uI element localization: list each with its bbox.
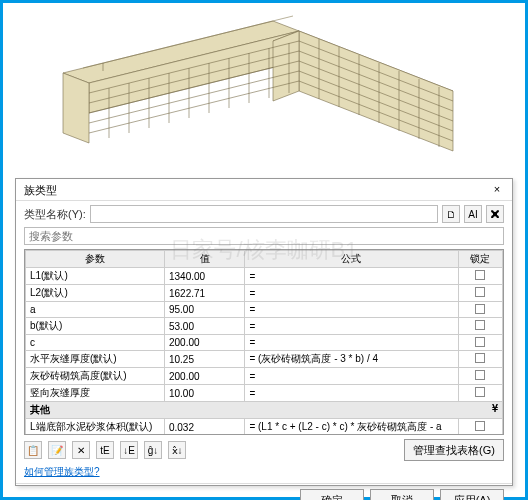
table-row[interactable]: L端底部水泥砂浆体积(默认)0.032= (L1 * c + (L2 - c) … bbox=[26, 419, 503, 436]
lock-checkbox[interactable] bbox=[475, 387, 485, 397]
group-other[interactable]: 其他¥ bbox=[26, 402, 503, 419]
sort-za-icon[interactable]: x̂↓ bbox=[168, 441, 186, 459]
formula-cell[interactable]: = bbox=[245, 285, 458, 302]
formula-cell[interactable]: = (灰砂砖砌筑高度 - 3 * b) / 4 bbox=[245, 351, 458, 368]
typename-input[interactable] bbox=[90, 205, 438, 223]
param-cell[interactable]: L1(默认) bbox=[26, 268, 165, 285]
value-cell[interactable]: 1340.00 bbox=[164, 268, 244, 285]
table-row[interactable]: c200.00= bbox=[26, 335, 503, 351]
lock-checkbox[interactable] bbox=[475, 287, 485, 297]
lock-checkbox[interactable] bbox=[475, 421, 485, 431]
dialog-title-text: 族类型 bbox=[24, 179, 57, 201]
value-cell[interactable]: 1622.71 bbox=[164, 285, 244, 302]
moveup-icon[interactable]: tE bbox=[96, 441, 114, 459]
formula-cell[interactable]: = bbox=[245, 335, 458, 351]
brick-wall-3d-icon bbox=[53, 13, 483, 168]
help-link[interactable]: 如何管理族类型? bbox=[24, 466, 100, 477]
table-row[interactable]: a95.00= bbox=[26, 302, 503, 318]
table-row[interactable]: 竖向灰缝厚度10.00= bbox=[26, 385, 503, 402]
value-cell[interactable]: 0.032 bbox=[164, 419, 244, 436]
value-cell[interactable]: 10.00 bbox=[164, 385, 244, 402]
lock-cell[interactable] bbox=[458, 351, 502, 368]
param-cell[interactable]: 竖向灰缝厚度 bbox=[26, 385, 165, 402]
lock-cell[interactable] bbox=[458, 368, 502, 385]
col-header-formula[interactable]: 公式 bbox=[245, 251, 458, 268]
movedown-icon[interactable]: ↓E bbox=[120, 441, 138, 459]
lock-checkbox[interactable] bbox=[475, 353, 485, 363]
param-cell[interactable]: 灰砂砖砌筑高度(默认) bbox=[26, 368, 165, 385]
col-header-param[interactable]: 参数 bbox=[26, 251, 165, 268]
col-header-value[interactable]: 值 bbox=[164, 251, 244, 268]
lock-cell[interactable] bbox=[458, 318, 502, 335]
parameter-grid[interactable]: 参数 值 公式 锁定 L1(默认)1340.00=L2(默认)1622.71=a… bbox=[24, 249, 504, 435]
formula-cell[interactable]: = bbox=[245, 368, 458, 385]
modify-param-icon[interactable]: 📝 bbox=[48, 441, 66, 459]
param-cell[interactable]: L端底部水泥砂浆体积(默认) bbox=[26, 419, 165, 436]
param-cell[interactable]: 水平灰缝厚度(默认) bbox=[26, 351, 165, 368]
svg-marker-2 bbox=[63, 73, 89, 143]
lock-cell[interactable] bbox=[458, 385, 502, 402]
lock-checkbox[interactable] bbox=[475, 370, 485, 380]
value-cell[interactable]: 53.00 bbox=[164, 318, 244, 335]
table-row[interactable]: L2(默认)1622.71= bbox=[26, 285, 503, 302]
formula-cell[interactable]: = bbox=[245, 385, 458, 402]
value-cell[interactable]: 200.00 bbox=[164, 335, 244, 351]
formula-cell[interactable]: = bbox=[245, 302, 458, 318]
search-input[interactable] bbox=[24, 227, 504, 245]
value-cell[interactable]: 10.25 bbox=[164, 351, 244, 368]
model-viewport bbox=[3, 3, 525, 168]
param-cell[interactable]: L2(默认) bbox=[26, 285, 165, 302]
formula-cell[interactable]: = bbox=[245, 318, 458, 335]
ok-button[interactable]: 确定 bbox=[300, 489, 364, 500]
cancel-button[interactable]: 取消 bbox=[370, 489, 434, 500]
delete-type-icon[interactable]: 🗙 bbox=[486, 205, 504, 223]
sort-az-icon[interactable]: ĝ↓ bbox=[144, 441, 162, 459]
param-toolbar: 📋 📝 ✕ tE ↓E ĝ↓ x̂↓ 管理查找表格(G) bbox=[16, 435, 512, 465]
svg-marker-5 bbox=[273, 31, 299, 101]
lock-checkbox[interactable] bbox=[475, 337, 485, 347]
manage-lookup-button[interactable]: 管理查找表格(G) bbox=[404, 439, 504, 461]
lock-checkbox[interactable] bbox=[475, 270, 485, 280]
add-param-icon[interactable]: 📋 bbox=[24, 441, 42, 459]
lock-cell[interactable] bbox=[458, 302, 502, 318]
close-icon[interactable]: × bbox=[490, 183, 504, 197]
lock-checkbox[interactable] bbox=[475, 320, 485, 330]
table-row[interactable]: b(默认)53.00= bbox=[26, 318, 503, 335]
lock-cell[interactable] bbox=[458, 268, 502, 285]
lock-checkbox[interactable] bbox=[475, 304, 485, 314]
param-cell[interactable]: c bbox=[26, 335, 165, 351]
family-types-dialog: 族类型 × 类型名称(Y): 🗋 AI 🗙 参数 值 公式 锁定 bbox=[15, 178, 513, 486]
table-row[interactable]: 水平灰缝厚度(默认)10.25= (灰砂砖砌筑高度 - 3 * b) / 4 bbox=[26, 351, 503, 368]
formula-cell[interactable]: = bbox=[245, 268, 458, 285]
lock-cell[interactable] bbox=[458, 285, 502, 302]
apply-button[interactable]: 应用(A) bbox=[440, 489, 504, 500]
value-cell[interactable]: 200.00 bbox=[164, 368, 244, 385]
delete-param-icon[interactable]: ✕ bbox=[72, 441, 90, 459]
lock-cell[interactable] bbox=[458, 419, 502, 436]
value-cell[interactable]: 95.00 bbox=[164, 302, 244, 318]
col-header-lock[interactable]: 锁定 bbox=[458, 251, 502, 268]
table-row[interactable]: 灰砂砖砌筑高度(默认)200.00= bbox=[26, 368, 503, 385]
table-row[interactable]: L1(默认)1340.00= bbox=[26, 268, 503, 285]
new-type-icon[interactable]: 🗋 bbox=[442, 205, 460, 223]
lock-cell[interactable] bbox=[458, 335, 502, 351]
dialog-titlebar: 族类型 × bbox=[16, 179, 512, 201]
formula-cell[interactable]: = (L1 * c + (L2 - c) * c) * 灰砂砖砌筑高度 - a bbox=[245, 419, 458, 436]
rename-type-icon[interactable]: AI bbox=[464, 205, 482, 223]
typename-label: 类型名称(Y): bbox=[24, 207, 86, 222]
param-cell[interactable]: a bbox=[26, 302, 165, 318]
param-cell[interactable]: b(默认) bbox=[26, 318, 165, 335]
